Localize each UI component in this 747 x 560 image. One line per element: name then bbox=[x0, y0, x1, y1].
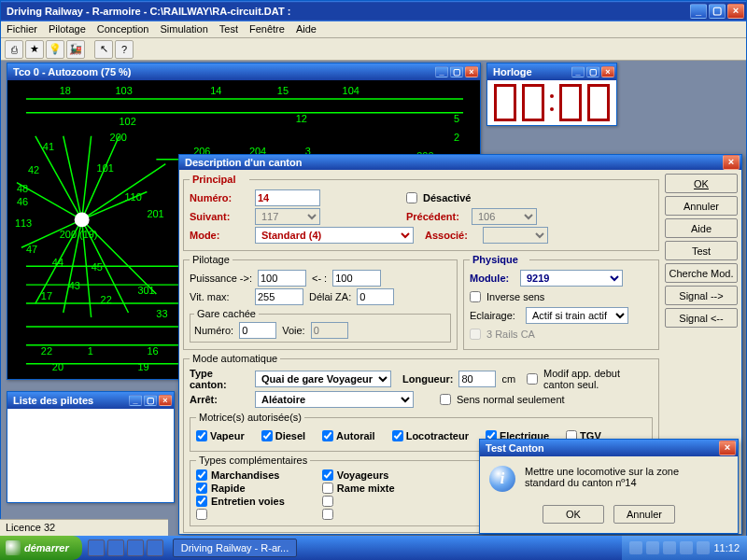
type-checkbox[interactable]: Rame mixte bbox=[322, 483, 395, 494]
type-checkbox[interactable] bbox=[322, 509, 395, 520]
test-button[interactable]: Test bbox=[665, 241, 738, 260]
signal-fwd-button[interactable]: Signal --> bbox=[665, 286, 738, 305]
clock-digit bbox=[494, 84, 516, 121]
close-button[interactable]: × bbox=[727, 4, 744, 19]
eclairage-label: Eclairage: bbox=[470, 310, 520, 321]
svg-text:20: 20 bbox=[52, 361, 63, 372]
locomotive-icon[interactable]: 🚂 bbox=[66, 40, 85, 59]
gare-numero-label: Numéro: bbox=[194, 325, 233, 336]
msgbox-close-button[interactable]: × bbox=[719, 441, 736, 455]
sens-checkbox[interactable] bbox=[440, 394, 451, 405]
horloge-min-button[interactable]: _ bbox=[571, 66, 585, 77]
taskbar-task[interactable]: Driving Railway - R-ar... bbox=[173, 539, 298, 557]
tray-clock[interactable]: 11:12 bbox=[713, 542, 740, 553]
associe-select[interactable] bbox=[483, 227, 548, 244]
mode-select[interactable]: Standard (4) bbox=[255, 227, 414, 244]
motrice-checkbox-locotracteur[interactable]: Locotracteur bbox=[392, 430, 469, 441]
inverse-checkbox[interactable] bbox=[470, 291, 481, 302]
menu-pilotage[interactable]: Pilotage bbox=[49, 23, 86, 35]
type-checkbox[interactable]: Marchandises bbox=[196, 469, 285, 481]
lightbulb-icon[interactable]: 💡 bbox=[46, 40, 64, 59]
horloge-display bbox=[487, 80, 616, 125]
vitmax-input[interactable] bbox=[255, 288, 303, 305]
type-checkbox[interactable] bbox=[322, 496, 395, 507]
type-checkbox[interactable]: Entretien voies bbox=[196, 496, 285, 507]
sens-label: Sens normal seulement bbox=[457, 394, 565, 405]
type-checkbox[interactable]: Rapide bbox=[196, 483, 285, 494]
start-label: démarrer bbox=[24, 542, 69, 553]
longueur-input[interactable] bbox=[458, 371, 496, 387]
pilotes-max-button[interactable]: ▢ bbox=[144, 395, 157, 406]
svg-text:33: 33 bbox=[156, 308, 167, 319]
signal-back-button[interactable]: Signal <-- bbox=[665, 308, 738, 328]
start-button[interactable]: démarrer bbox=[0, 536, 82, 560]
msgbox-ok-button[interactable]: OK bbox=[543, 505, 604, 524]
motrice-checkbox-vapeur[interactable]: Vapeur bbox=[196, 430, 245, 441]
motrice-checkbox-autorail[interactable]: Autorail bbox=[322, 430, 375, 441]
horloge-close-button[interactable]: × bbox=[601, 66, 614, 77]
modif-checkbox[interactable] bbox=[527, 373, 538, 385]
gare-numero-input[interactable] bbox=[239, 322, 276, 339]
principal-group: Principal Numéro: Désactivé Suivant: 117 bbox=[183, 174, 659, 251]
module-select[interactable]: 9219 bbox=[520, 270, 623, 287]
eclairage-select[interactable]: Actif si train actif bbox=[526, 307, 628, 324]
clock-colon-icon bbox=[550, 94, 554, 111]
puissance-back-input[interactable] bbox=[332, 270, 381, 287]
delai-input[interactable] bbox=[357, 288, 394, 305]
motrice-checkbox-diesel[interactable]: Diesel bbox=[261, 430, 305, 441]
menu-simulation[interactable]: Simulation bbox=[160, 23, 207, 35]
minimize-button[interactable]: _ bbox=[690, 4, 707, 19]
tco-min-button[interactable]: _ bbox=[435, 66, 448, 77]
horloge-max-button[interactable]: ▢ bbox=[586, 66, 599, 77]
pilotes-close-button[interactable]: × bbox=[159, 395, 172, 406]
type-checkbox[interactable]: Voyageurs bbox=[322, 469, 395, 481]
help-icon[interactable]: ? bbox=[115, 40, 134, 59]
pilotes-min-button[interactable]: _ bbox=[129, 395, 142, 406]
test-canton-msgbox: Test Canton × i Mettre une locomotive su… bbox=[479, 439, 739, 534]
tco-max-button[interactable]: ▢ bbox=[450, 66, 463, 77]
numero-input[interactable] bbox=[255, 189, 320, 206]
longueur-unit: cm bbox=[501, 373, 515, 385]
svg-text:44: 44 bbox=[52, 257, 63, 268]
ok-button[interactable]: OK bbox=[665, 174, 738, 193]
svg-point-0 bbox=[75, 212, 90, 227]
arret-label: Arrêt: bbox=[190, 394, 249, 405]
type-canton-select[interactable]: Quai de gare Voyageur bbox=[255, 371, 391, 387]
printer-icon[interactable]: ⎙ bbox=[5, 40, 23, 59]
cancel-button[interactable]: Annuler bbox=[665, 196, 738, 216]
menu-aide[interactable]: Aide bbox=[296, 23, 317, 35]
quicklaunch-icon[interactable] bbox=[88, 539, 105, 556]
precedent-label: Précédent: bbox=[406, 211, 466, 222]
star-icon[interactable]: ★ bbox=[25, 40, 44, 59]
desactive-checkbox[interactable] bbox=[406, 192, 417, 203]
tray-icon[interactable] bbox=[663, 541, 676, 554]
menu-fichier[interactable]: Fichier bbox=[7, 23, 37, 35]
suivant-select[interactable]: 117 bbox=[255, 208, 320, 225]
tray-icon[interactable] bbox=[629, 541, 642, 554]
help-button[interactable]: Aide bbox=[665, 218, 738, 238]
precedent-select[interactable]: 106 bbox=[472, 208, 537, 225]
cherche-mod-button[interactable]: Cherche Mod. bbox=[665, 263, 738, 283]
quicklaunch-icon[interactable] bbox=[127, 539, 144, 556]
quicklaunch-icon[interactable] bbox=[107, 539, 124, 556]
pilotes-window: Liste des pilotes _ ▢ × bbox=[7, 391, 175, 503]
pilotes-list[interactable] bbox=[7, 409, 174, 502]
maximize-button[interactable]: ▢ bbox=[709, 4, 726, 19]
tray-icon[interactable] bbox=[646, 541, 659, 554]
svg-text:14: 14 bbox=[210, 85, 221, 96]
puissance-fwd-input[interactable] bbox=[258, 270, 306, 287]
dialog-close-button[interactable]: × bbox=[723, 155, 740, 170]
rails-checkbox bbox=[470, 329, 481, 340]
menu-conception[interactable]: Conception bbox=[97, 23, 149, 35]
quicklaunch-icon[interactable] bbox=[147, 539, 163, 556]
msgbox-cancel-button[interactable]: Annuler bbox=[613, 505, 675, 524]
menu-test[interactable]: Test bbox=[219, 23, 238, 35]
arret-select[interactable]: Aléatoire bbox=[255, 391, 414, 408]
tray-icon[interactable] bbox=[697, 541, 710, 554]
menu-fenetre[interactable]: Fenêtre bbox=[249, 23, 285, 35]
tco-close-button[interactable]: × bbox=[465, 66, 478, 77]
type-checkbox[interactable] bbox=[196, 509, 285, 520]
module-label: Module: bbox=[470, 273, 514, 284]
arrow-icon[interactable]: ↖ bbox=[94, 40, 113, 59]
tray-icon[interactable] bbox=[680, 541, 693, 554]
